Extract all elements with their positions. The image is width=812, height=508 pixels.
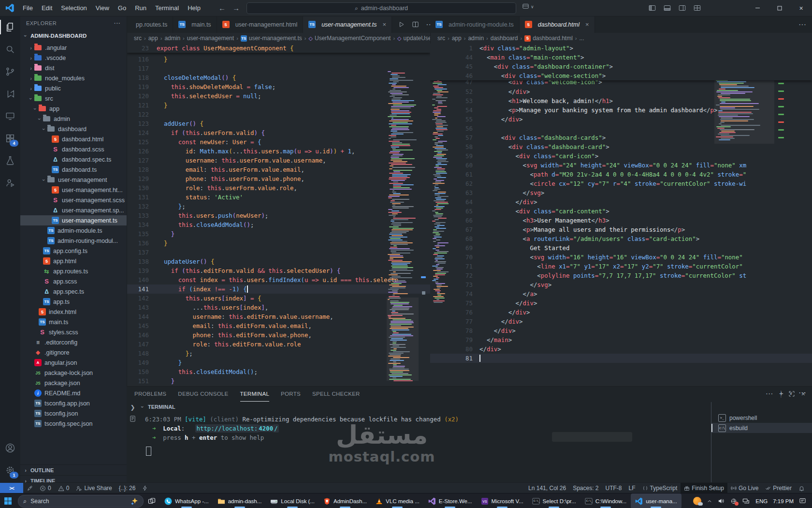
tray-chevron-up-icon[interactable]	[707, 498, 712, 504]
code-line-137[interactable]: 137	[127, 248, 430, 257]
command-center-search[interactable]: ⌕ admin-dashboard	[246, 2, 516, 14]
run-file-icon[interactable]	[398, 21, 405, 28]
close-button[interactable]: ×	[790, 0, 812, 16]
toggle-secondary-sidebar-icon[interactable]	[679, 4, 686, 12]
code-line-119[interactable]: 119 this.showDeleteModal = false;	[127, 82, 430, 91]
network-icon[interactable]	[742, 497, 750, 505]
status-finish-setup[interactable]: Finish Setup	[681, 483, 727, 493]
toggle-panel-icon[interactable]	[664, 4, 671, 12]
code-line-134[interactable]: 134 this.closeAddModal();	[127, 220, 430, 229]
panel-tab-problems[interactable]: PROBLEMS	[134, 387, 166, 401]
tree-item-node-modules[interactable]: ›node_modules	[20, 73, 127, 83]
tree-item-public[interactable]: ›public	[20, 83, 127, 93]
timeline-section[interactable]: › TIMELINE	[20, 475, 127, 482]
code-line-147[interactable]: 147 role: this.editForm.value.role	[127, 340, 430, 349]
tree-item-app.config.ts[interactable]: TSapp.config.ts	[20, 246, 127, 256]
code-line-131[interactable]: 131 status: 'Active'	[127, 193, 430, 202]
breadcrumb-item[interactable]: admin	[164, 35, 180, 42]
code-line-133[interactable]: 133 this.users.push(newUser);	[127, 211, 430, 220]
code-line-145[interactable]: 145 email: this.editForm.value.email,	[127, 321, 430, 330]
tree-item-user-management.scss[interactable]: Suser-management.scss	[20, 195, 127, 205]
code-editor-right[interactable]: 52 </div>53 <h1>Welcome back, admin!</h1…	[430, 44, 812, 386]
tree-item-admin[interactable]: ›admin	[20, 114, 127, 124]
customize-layout-icon[interactable]	[694, 4, 701, 12]
tree-item-tsconfig.app.json[interactable]: TStsconfig.app.json	[20, 398, 127, 408]
activity-search-icon[interactable]	[0, 38, 20, 60]
editor-more-icon[interactable]: ···	[426, 20, 430, 29]
code-line-135[interactable]: 135 }	[127, 229, 430, 239]
activity-run-debug-icon[interactable]	[0, 83, 20, 105]
code-line-143[interactable]: 143 ...this.users[index],	[127, 303, 430, 312]
menu-go[interactable]: Go	[114, 3, 130, 14]
tree-item-user-management.sp...[interactable]: Δuser-management.sp...	[20, 205, 127, 215]
tree-item-app.ts[interactable]: TSapp.ts	[20, 297, 127, 307]
taskbar-app-select-d-pr-[interactable]: C:\_Select D:\pr...	[528, 493, 580, 508]
menu-run[interactable]: Run	[130, 3, 151, 14]
tree-item-tsconfig.spec.json[interactable]: TStsconfig.spec.json	[20, 418, 127, 429]
taskbar-app-admin-dash-[interactable]: admin-dash...	[213, 493, 266, 508]
tree-item-dashboard.scss[interactable]: Sdashboard.scss	[20, 144, 127, 154]
code-line-44[interactable]: 44 <main class="main-content">	[430, 53, 812, 62]
tree-item-package.json[interactable]: JSpackage.json	[20, 378, 127, 388]
menu-help[interactable]: Help	[183, 3, 205, 14]
nav-forward-icon[interactable]: →	[232, 4, 240, 12]
copilot-layout-button[interactable]: ∨	[522, 3, 534, 10]
tree-item-styles.scss[interactable]: Sstyles.scss	[20, 327, 127, 337]
overview-ruler-right[interactable]	[774, 71, 812, 386]
code-line-121[interactable]: 121 }	[127, 101, 430, 110]
code-line-144[interactable]: 144 username: this.editForm.value.userna…	[127, 312, 430, 321]
breadcrumb-item[interactable]: app	[148, 35, 158, 42]
tree-item-app[interactable]: ›app	[20, 104, 127, 114]
tree-item-index.html[interactable]: 5index.html	[20, 307, 127, 317]
taskbar-app-vlc-media-[interactable]: VLC media ...	[371, 493, 424, 508]
code-line-122[interactable]: 122	[127, 110, 430, 119]
activity-explorer-icon[interactable]	[0, 16, 20, 38]
terminal-notebook-icon[interactable]	[130, 416, 136, 422]
remote-indicator[interactable]: ><	[0, 483, 23, 493]
tree-item-dist[interactable]: ›dist	[20, 63, 127, 73]
taskbar-app-admindash-[interactable]: AdminDash...	[319, 493, 371, 508]
terminal-instance-esbuild[interactable]: c:\esbuild	[711, 423, 812, 433]
tab-user-management.html[interactable]: 5user-management.html	[217, 16, 304, 33]
code-line-129[interactable]: 129 phone: this.userForm.value.phone,	[127, 174, 430, 183]
code-editor-left[interactable]: 116 }117118 closeDeleteModal() {119 this…	[127, 44, 430, 386]
code-line-120[interactable]: 120 this.selectedUser = null;	[127, 91, 430, 101]
clock[interactable]: 7:19 PM	[773, 498, 794, 504]
code-line-128[interactable]: 128 email: this.userForm.value.email,	[127, 165, 430, 174]
privacy-badge-icon[interactable]	[730, 498, 737, 505]
code-line-132[interactable]: 132 };	[127, 202, 430, 211]
start-button[interactable]	[0, 493, 16, 508]
split-editor-icon[interactable]	[412, 21, 419, 28]
maximize-button[interactable]	[768, 0, 790, 16]
volume-icon[interactable]	[718, 497, 725, 505]
breadcrumb-item[interactable]: src	[437, 35, 445, 42]
tab-user-management.ts[interactable]: TSuser-management.ts×	[303, 16, 392, 33]
nav-back-icon[interactable]: ←	[218, 4, 226, 12]
code-line-23[interactable]: 23export class UserManagementComponent {	[127, 44, 430, 53]
panel-tab-ports[interactable]: PORTS	[281, 387, 301, 401]
terminal-section-header[interactable]: › TERMINAL	[139, 404, 175, 410]
code-line-123[interactable]: 123 addUser() {	[127, 119, 430, 128]
breadcrumb-item[interactable]: 5dashboard.html	[524, 35, 573, 42]
tree-item-dashboard[interactable]: ›dashboard	[20, 124, 127, 134]
code-line-140[interactable]: 140 const index = this.users.findIndex(u…	[127, 275, 430, 284]
new-terminal-icon[interactable]: +	[779, 389, 783, 397]
tree-item-dashboard.html[interactable]: 5dashboard.html	[20, 134, 127, 144]
status-go-live[interactable]: Go Live	[727, 483, 762, 493]
menu-terminal[interactable]: Terminal	[151, 3, 183, 14]
activity-source-control-icon[interactable]	[0, 60, 20, 83]
breadcrumb-item[interactable]: admin	[468, 35, 484, 42]
tree-item-dashboard.spec.ts[interactable]: Δdashboard.spec.ts	[20, 154, 127, 164]
breadcrumb-item[interactable]: user-management	[187, 35, 234, 42]
tree-item-.gitignore[interactable]: ◆.gitignore	[20, 347, 127, 358]
taskbar-search[interactable]: ⌕ Search	[18, 495, 144, 508]
tab-pp.routes.ts[interactable]: pp.routes.ts	[127, 16, 173, 33]
tree-item-app.scss[interactable]: Sapp.scss	[20, 276, 127, 286]
status-0[interactable]: 0	[36, 483, 55, 493]
taskbar-app-microsoft-v-[interactable]: VSMicrosoft V...	[477, 493, 528, 508]
task-view-button[interactable]	[144, 493, 160, 508]
tab-admin-routing-module.ts[interactable]: TSadmin-routing-module.ts	[430, 16, 520, 33]
code-line-46[interactable]: 46 <div class="welcome-section">	[430, 71, 812, 80]
tree-item-.vscode[interactable]: ›.vscode	[20, 53, 127, 63]
activity-remote-explorer-icon[interactable]	[0, 105, 20, 127]
